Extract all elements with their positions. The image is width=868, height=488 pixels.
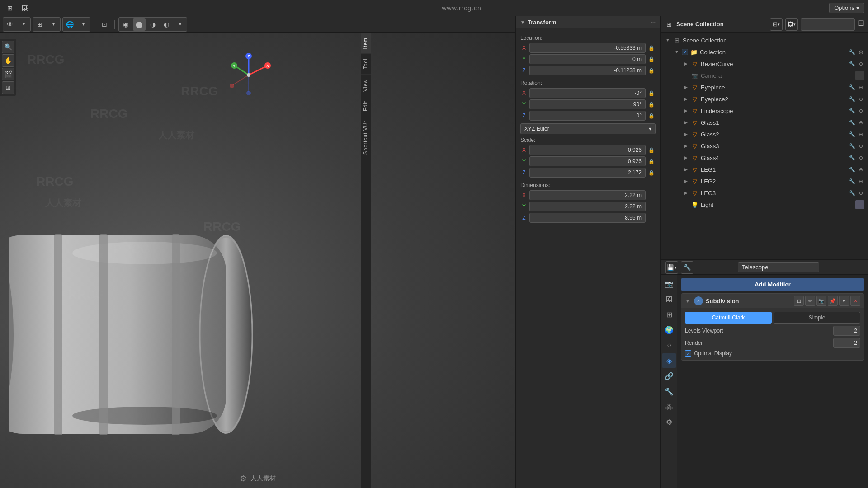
viewport[interactable]: 👁 ▾ ⊞ ▾ 🌐 ▾ ⊡ ◉ ⬤ ◑ ◐ ▾ RRC [0,16,515,488]
prop-tab-physics[interactable]: ⚙ [662,415,676,429]
dim-z-input[interactable]: 8.95 m [529,213,646,223]
tree-item-glass2[interactable]: ▶ ▽ Glass2 🔧 ⊕ [661,128,868,140]
prop-tab-particles[interactable]: ⁂ [662,399,676,414]
leg1-link[interactable]: ⊕ [857,166,864,173]
tree-item-leg3[interactable]: ▶ ▽ LEG3 🔧 ⊕ [661,187,868,199]
mod-optimal-display-checkbox[interactable]: ✓ [685,350,691,357]
mod-ctrl-dropdown-btn[interactable]: ▾ [839,296,849,306]
tree-item-leg2[interactable]: ▶ ▽ LEG2 🔧 ⊕ [661,175,868,187]
dim-y-input[interactable]: 2.22 m [529,202,646,211]
eyepiece-wrench[interactable]: 🔧 [849,84,856,91]
workspace-icon[interactable]: ⊞ [4,2,16,14]
prop-tab-object[interactable]: ◈ [662,353,676,368]
tree-item-beziercurve[interactable]: ▶ ▽ BezierCurve 🔧 ⊕ [661,58,868,70]
rotation-z-lock[interactable]: 🔒 [647,112,656,120]
outliner-view-dropdown[interactable]: ⊞ ▾ [770,18,783,31]
scale-z-input[interactable]: 2.172 [529,168,646,178]
rotation-z-input[interactable]: 0° [529,111,646,121]
glass2-link[interactable]: ⊕ [857,131,864,138]
tree-item-glass1[interactable]: ▶ ▽ Glass1 🔧 ⊕ [661,117,868,128]
finderscope-link[interactable]: ⊕ [857,107,864,114]
shading-render-icon[interactable]: ◐ [160,18,173,31]
scale-z-lock[interactable]: 🔒 [647,169,656,177]
tree-item-glass4[interactable]: ▶ ▽ Glass4 🔧 ⊕ [661,152,868,164]
leg1-wrench[interactable]: 🔧 [849,166,856,173]
overlay-icon[interactable]: 🌐 [63,18,76,31]
leg2-wrench[interactable]: 🔧 [849,178,856,185]
prop-save-dropdown[interactable]: 💾 ▾ [665,261,678,274]
mod-ctrl-edit[interactable]: ✏ [805,296,815,306]
mod-ctrl-render[interactable]: 📷 [816,296,826,306]
tree-item-finderscope[interactable]: ▶ ▽ Finderscope 🔧 ⊕ [661,105,868,117]
prop-tab-view-layer[interactable]: ⊞ [662,307,676,322]
rotation-mode-dropdown[interactable]: XYZ Euler ▾ [520,123,656,134]
scale-y-input[interactable]: 0.926 [529,156,646,166]
mod-collapse-arrow[interactable]: ▼ [685,298,690,304]
transform-panel-header[interactable]: ▼ Transform ··· [516,16,660,28]
rotation-y-input[interactable]: 90° [529,99,646,109]
collection-link-icon[interactable]: ⊕ [857,48,864,56]
rotation-x-lock[interactable]: 🔒 [647,89,656,97]
location-x-input[interactable]: -0.55333 m [529,43,646,53]
location-y-lock[interactable]: 🔒 [647,55,656,63]
add-modifier-button[interactable]: Add Modifier [681,278,864,291]
glass4-wrench[interactable]: 🔧 [849,154,856,161]
mod-render-val[interactable]: 2 [833,338,860,348]
shading-look-icon[interactable]: ◑ [146,18,159,31]
scale-x-lock[interactable]: 🔒 [647,146,656,154]
finderscope-wrench[interactable]: 🔧 [849,107,856,114]
grab-tool-btn[interactable]: ✋ [2,54,14,67]
mod-type-simple[interactable]: Simple [774,312,860,324]
outliner-image-dropdown[interactable]: 🖼 ▾ [785,18,798,31]
overlay-chevron[interactable]: ▾ [77,18,90,31]
shading-chevron[interactable]: ▾ [174,18,186,31]
prop-tab-modifier[interactable]: 🔧 [662,384,676,399]
render-icon[interactable]: 🖼 [18,2,31,14]
tab-view[interactable]: View [361,74,371,96]
mod-type-catmull[interactable]: Catmull-Clark [685,312,772,324]
viewport-shading-eye-icon[interactable]: 👁 [4,18,16,31]
mod-ctrl-pin[interactable]: 📌 [828,296,838,306]
viewport-display-icon[interactable]: ⊞ [33,18,46,31]
zoom-tool-btn[interactable]: 🔍 [2,41,14,53]
eyepiece2-link[interactable]: ⊕ [857,95,864,103]
tree-item-glass3[interactable]: ▶ ▽ Glass3 🔧 ⊕ [661,140,868,152]
eyepiece-link[interactable]: ⊕ [857,84,864,91]
tab-tool[interactable]: Tool [361,53,371,74]
rotation-x-input[interactable]: -0° [529,88,646,98]
location-z-lock[interactable]: 🔒 [647,66,656,75]
glass2-wrench[interactable]: 🔧 [849,131,856,138]
location-x-lock[interactable]: 🔒 [647,44,656,52]
leg2-link[interactable]: ⊕ [857,178,864,185]
prop-tab-render[interactable]: 📷 [662,277,676,291]
tree-item-eyepiece2[interactable]: ▶ ▽ Eyepiece2 🔧 ⊕ [661,93,868,105]
shading-solid-icon[interactable]: ⬤ [133,18,146,31]
viewport-display-chevron[interactable]: ▾ [47,18,60,31]
viewport-shading-chevron[interactable]: ▾ [17,18,30,31]
tab-item[interactable]: Item [361,33,371,53]
tree-item-leg1[interactable]: ▶ ▽ LEG1 🔧 ⊕ [661,164,868,175]
beziercurve-wrench-icon[interactable]: 🔧 [849,60,856,67]
quad-view-icon[interactable]: ⊡ [98,18,111,31]
collection-wrench-icon[interactable]: 🔧 [849,48,856,56]
mod-ctrl-realtime[interactable]: ⊞ [794,296,804,306]
tab-edit[interactable]: Edit [361,96,371,116]
options-button[interactable]: Options ▾ [829,3,864,13]
beziercurve-link-icon[interactable]: ⊕ [857,60,864,67]
prop-modifier-icon-btn[interactable]: 🔧 [681,261,693,274]
collection-visibility-checkbox[interactable]: ✓ [682,49,688,55]
dim-x-input[interactable]: 2.22 m [529,190,646,200]
tree-item-camera[interactable]: 📷 Camera [661,70,868,81]
gizmo-container[interactable]: Z X Y [226,52,271,98]
location-z-input[interactable]: -0.11238 m [529,66,646,75]
rotation-y-lock[interactable]: 🔒 [647,100,656,108]
glass3-wrench[interactable]: 🔧 [849,142,856,150]
glass4-link[interactable]: ⊕ [857,154,864,161]
tree-item-scene-collection[interactable]: ▼ ⊞ Scene Collection [661,34,868,46]
leg3-link[interactable]: ⊕ [857,189,864,197]
glass1-link[interactable]: ⊕ [857,119,864,126]
outliner-search[interactable] [801,18,855,31]
glass1-wrench[interactable]: 🔧 [849,119,856,126]
rotate-tool-btn[interactable]: 🎬 [2,68,14,80]
prop-tab-scene[interactable]: 🌍 [662,323,676,337]
